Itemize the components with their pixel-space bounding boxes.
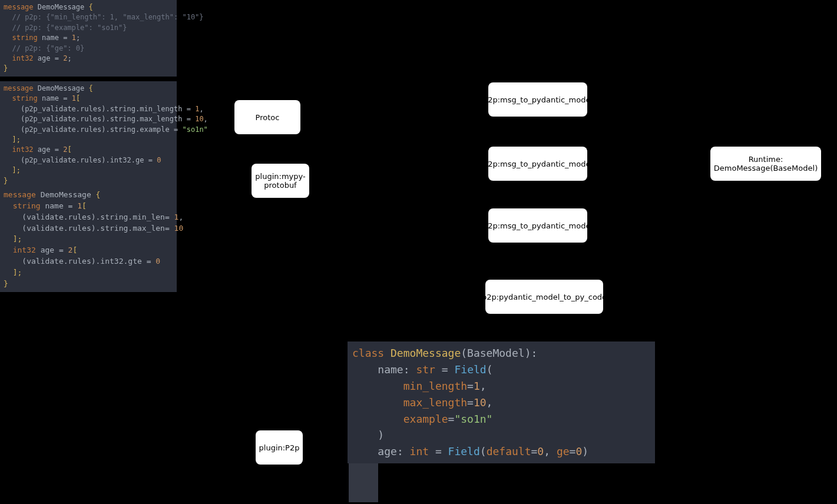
plugin-p2p-node: plugin:P2p xyxy=(256,430,303,465)
p2p-msg-node-3: p2p:msg_to_pydantic_model xyxy=(488,208,587,243)
plugin-mypy-node: plugin:mypy-protobuf xyxy=(252,164,309,198)
python-code-block: class DemoMessage(BaseModel): name: str … xyxy=(348,341,655,463)
proto-code-block-comments: message DemoMessage { // p2p: {"min_leng… xyxy=(0,0,177,77)
p2p-msg-node-2: p2p:msg_to_pydantic_model xyxy=(488,147,587,181)
p2p-msg-node-1: p2p:msg_to_pydantic_model xyxy=(488,82,587,117)
runtime-node: Runtime: DemoMessage(BaseModel) xyxy=(710,147,821,181)
proto-code-block-p2p-validate: message DemoMessage { string name = 1[ (… xyxy=(0,81,177,188)
proto-code-block-validate: message DemoMessage { string name = 1[ (… xyxy=(0,187,177,292)
p2p-code-node: p2p:pydantic_model_to_py_code xyxy=(485,280,603,314)
protoc-node: Protoc xyxy=(234,100,300,134)
